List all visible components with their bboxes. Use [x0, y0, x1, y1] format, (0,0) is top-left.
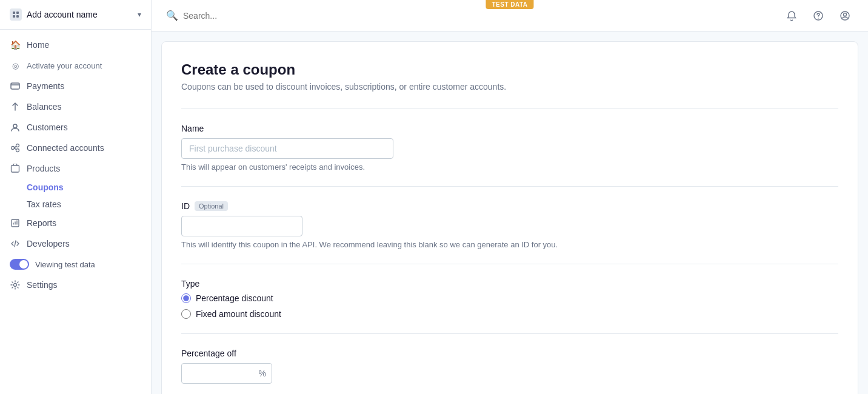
topbar-icons	[783, 7, 853, 24]
optional-badge: Optional	[195, 201, 228, 211]
sidebar-item-tax-rates-label: Tax rates	[27, 199, 61, 209]
svg-rect-4	[11, 83, 19, 89]
search-input[interactable]	[183, 11, 304, 21]
svg-rect-1	[16, 12, 19, 14]
percentage-input-wrap: %	[181, 363, 272, 384]
page-subtitle: Coupons can be used to discount invoices…	[181, 82, 838, 92]
svg-point-13	[818, 18, 818, 18]
sidebar-item-developers[interactable]: Developers	[0, 233, 151, 254]
svg-point-7	[16, 144, 19, 147]
payments-icon	[10, 81, 21, 92]
fixed-amount-option[interactable]: Fixed amount discount	[181, 309, 838, 319]
name-hint: This will appear on customers' receipts …	[181, 162, 838, 172]
topbar: 🔍 TEST DATA	[152, 0, 868, 32]
search-area[interactable]: 🔍	[166, 10, 304, 21]
sidebar-item-reports[interactable]: Reports	[0, 213, 151, 233]
account-icon	[10, 8, 22, 21]
sidebar-item-balances-label: Balances	[27, 102, 62, 112]
sidebar-item-coupons[interactable]: Coupons	[0, 179, 151, 196]
sidebar-item-customers-label: Customers	[27, 122, 68, 132]
svg-rect-9	[12, 165, 19, 172]
home-icon: 🏠	[10, 39, 21, 50]
toggle-knob	[19, 260, 28, 269]
svg-point-6	[12, 147, 15, 150]
svg-point-8	[16, 149, 19, 152]
test-data-toggle-row: Viewing test data	[0, 254, 151, 275]
developers-icon	[10, 238, 21, 249]
svg-rect-3	[16, 15, 19, 18]
account-chevron-icon: ▾	[138, 10, 141, 19]
id-input[interactable]	[181, 216, 302, 236]
content-area: Create a coupon Coupons can be used to d…	[152, 32, 868, 394]
sidebar-item-activate-label: Activate your account	[27, 61, 102, 70]
sidebar-item-home[interactable]: 🏠 Home	[0, 35, 151, 55]
test-data-banner: TEST DATA	[486, 0, 533, 9]
sidebar-item-products[interactable]: Products	[0, 158, 151, 179]
name-label: Name	[181, 124, 838, 133]
search-icon: 🔍	[166, 10, 178, 21]
percentage-discount-label: Percentage discount	[196, 293, 273, 303]
sidebar-nav: 🏠 Home ◎ Activate your account Payments …	[0, 30, 151, 394]
name-field-section: Name This will appear on customers' rece…	[181, 124, 838, 172]
svg-point-5	[13, 124, 17, 128]
activate-icon: ◎	[10, 60, 21, 71]
fixed-amount-radio[interactable]	[181, 309, 191, 319]
percentage-label: Percentage off	[181, 349, 838, 358]
test-data-toggle[interactable]	[10, 259, 29, 270]
sidebar-item-connected-accounts[interactable]: Connected accounts	[0, 138, 151, 158]
svg-point-11	[14, 284, 17, 287]
test-data-label: Viewing test data	[35, 260, 95, 269]
sidebar-item-products-label: Products	[27, 164, 60, 173]
svg-rect-2	[13, 15, 15, 18]
products-icon	[10, 163, 21, 174]
main-area: 🔍 TEST DATA Create a coupon Coupons can …	[152, 0, 868, 394]
svg-rect-0	[13, 12, 15, 14]
type-field-section: Type Percentage discount Fixed amount di…	[181, 279, 838, 319]
customers-icon	[10, 122, 21, 133]
percentage-discount-radio[interactable]	[181, 293, 191, 303]
settings-icon	[10, 279, 21, 290]
sidebar-item-customers[interactable]: Customers	[0, 117, 151, 138]
sidebar-item-home-label: Home	[27, 40, 49, 50]
divider-2	[181, 186, 838, 187]
sidebar-item-tax-rates[interactable]: Tax rates	[0, 196, 151, 213]
type-label: Type	[181, 279, 838, 289]
reports-icon	[10, 218, 21, 229]
account-name-label: Add account name	[27, 10, 133, 19]
sidebar: Add account name ▾ 🏠 Home ◎ Activate you…	[0, 0, 152, 394]
divider-4	[181, 333, 838, 334]
sidebar-item-settings[interactable]: Settings	[0, 275, 151, 295]
fixed-amount-label: Fixed amount discount	[196, 309, 281, 319]
id-hint: This will identify this coupon in the AP…	[181, 240, 838, 249]
percentage-discount-option[interactable]: Percentage discount	[181, 293, 838, 303]
sidebar-item-reports-label: Reports	[27, 218, 56, 228]
balances-icon	[10, 101, 21, 112]
percent-symbol: %	[259, 369, 266, 378]
svg-point-15	[844, 13, 847, 16]
divider-1	[181, 109, 838, 109]
content-inner: Create a coupon Coupons can be used to d…	[161, 41, 858, 394]
sidebar-item-settings-label: Settings	[27, 280, 58, 290]
id-label: ID Optional	[181, 201, 838, 211]
divider-3	[181, 264, 838, 264]
sidebar-item-payments-label: Payments	[27, 81, 64, 91]
user-avatar[interactable]	[836, 7, 853, 24]
sidebar-item-coupons-label: Coupons	[27, 182, 64, 192]
id-field-section: ID Optional This will identify this coup…	[181, 201, 838, 249]
help-icon[interactable]	[810, 7, 827, 24]
connected-accounts-icon	[10, 142, 21, 153]
type-radio-group: Percentage discount Fixed amount discoun…	[181, 293, 838, 319]
percentage-field-section: Percentage off %	[181, 349, 838, 384]
notifications-icon[interactable]	[783, 7, 800, 24]
page-title: Create a coupon	[181, 61, 838, 78]
sidebar-item-payments[interactable]: Payments	[0, 76, 151, 96]
sidebar-item-activate[interactable]: ◎ Activate your account	[0, 55, 151, 76]
sidebar-item-developers-label: Developers	[27, 239, 70, 249]
name-input[interactable]	[181, 138, 393, 159]
sidebar-item-balances[interactable]: Balances	[0, 96, 151, 117]
sidebar-item-connected-accounts-label: Connected accounts	[27, 143, 104, 153]
account-selector[interactable]: Add account name ▾	[0, 0, 151, 30]
